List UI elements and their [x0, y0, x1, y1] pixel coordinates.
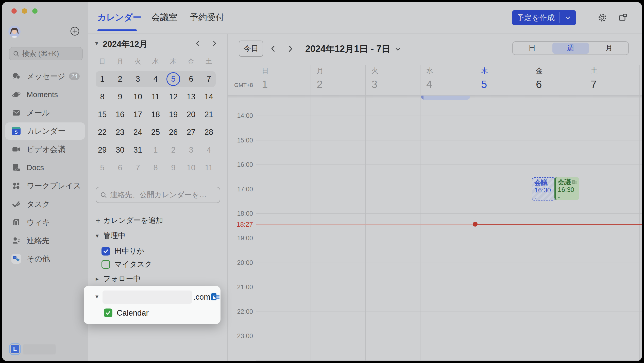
- mini-calendar-day[interactable]: 13: [182, 89, 200, 105]
- mini-calendar-day[interactable]: 30: [111, 142, 129, 158]
- mini-calendar-day[interactable]: 11: [200, 160, 218, 176]
- mini-calendar-day[interactable]: 2: [111, 71, 129, 87]
- view-option-week[interactable]: 週: [551, 42, 590, 55]
- zoom-button[interactable]: [32, 8, 38, 14]
- checkbox-checked[interactable]: [101, 247, 110, 256]
- sidebar-item-wiki[interactable]: ウィキ: [2, 213, 88, 231]
- event-exchange[interactable]: 会議 E 16:30 - 17:30: [554, 177, 579, 200]
- mini-calendar-title[interactable]: 2024年12月: [103, 39, 147, 50]
- minimize-button[interactable]: [22, 8, 27, 14]
- mini-calendar-day[interactable]: 6: [182, 71, 200, 87]
- previous-week-button[interactable]: [268, 43, 279, 54]
- view-option-month[interactable]: 月: [590, 42, 628, 55]
- mini-calendar-day[interactable]: 8: [147, 160, 164, 176]
- scrolled-event-peek[interactable]: [421, 96, 470, 100]
- add-button[interactable]: [70, 26, 80, 36]
- wiki-icon: [12, 218, 21, 227]
- day-header[interactable]: 月2: [311, 65, 365, 95]
- mini-calendar-day[interactable]: 3: [129, 71, 147, 87]
- mini-calendar-day[interactable]: 9: [164, 160, 182, 176]
- today-button[interactable]: 今日: [239, 41, 263, 57]
- mini-calendar-day[interactable]: 8: [93, 89, 111, 105]
- view-option-day[interactable]: 日: [513, 42, 551, 55]
- mini-calendar-day[interactable]: 1: [93, 71, 111, 87]
- mini-calendar-day[interactable]: 11: [147, 89, 164, 105]
- mini-calendar-day[interactable]: 6: [111, 160, 129, 176]
- date-range-selector[interactable]: 2024年12月1日 - 7日: [305, 43, 401, 55]
- checkbox-unchecked[interactable]: [101, 260, 110, 269]
- mini-calendar-day[interactable]: 24: [129, 124, 147, 140]
- mini-calendar-day[interactable]: 10: [129, 89, 147, 105]
- mini-calendar-day[interactable]: 22: [93, 124, 111, 140]
- mini-calendar-day-selected[interactable]: 5: [164, 71, 182, 87]
- next-week-button[interactable]: [285, 43, 296, 54]
- sidebar-item-mail[interactable]: メール: [2, 104, 88, 122]
- mini-calendar-next-button[interactable]: [209, 38, 219, 48]
- sidebar-item-moments[interactable]: Moments: [2, 85, 88, 104]
- mini-calendar-day[interactable]: 1: [147, 142, 164, 158]
- mini-calendar-day[interactable]: 9: [111, 89, 129, 105]
- sidebar-item-video-meeting[interactable]: ビデオ会議: [2, 140, 88, 158]
- mini-calendar-day[interactable]: 4: [147, 71, 164, 87]
- mini-calendar-day[interactable]: 12: [164, 89, 182, 105]
- mini-calendar-day[interactable]: 27: [182, 124, 200, 140]
- month-caret-icon[interactable]: ▾: [95, 40, 98, 47]
- mini-calendar-day[interactable]: 7: [129, 160, 147, 176]
- add-calendar-button[interactable]: + カレンダーを追加: [88, 214, 228, 227]
- sidebar-item-more[interactable]: その他: [2, 250, 88, 268]
- create-event-dropdown[interactable]: [560, 14, 576, 21]
- mini-calendar-day[interactable]: 20: [182, 107, 200, 122]
- tab-booking[interactable]: 予約受付: [190, 12, 224, 23]
- mini-calendar-day[interactable]: 2: [164, 142, 182, 158]
- global-search-input[interactable]: 検索 (⌘+K): [9, 47, 83, 60]
- mini-calendar-day[interactable]: 16: [111, 107, 129, 122]
- following-group-header[interactable]: ▸ フォロー中: [88, 272, 228, 285]
- mini-calendar-day[interactable]: 4: [200, 142, 218, 158]
- sidebar-item-messages[interactable]: メッセージ 24: [2, 67, 88, 85]
- workspace-logo[interactable]: L: [9, 343, 21, 355]
- day-header[interactable]: 水4: [420, 65, 475, 95]
- day-header[interactable]: 金6: [530, 65, 585, 95]
- day-header[interactable]: 日1: [256, 65, 311, 95]
- mini-calendar-day[interactable]: 29: [93, 142, 111, 158]
- sidebar-item-workplace[interactable]: ワークプレイス: [2, 177, 88, 195]
- close-button[interactable]: [11, 8, 17, 14]
- day-header-today[interactable]: 木5: [475, 65, 530, 95]
- sidebar-item-calendar[interactable]: 5 カレンダー: [2, 122, 88, 140]
- mini-calendar-day[interactable]: 23: [111, 124, 129, 140]
- mini-calendar-day[interactable]: 21: [200, 107, 218, 122]
- open-in-window-button[interactable]: [618, 13, 628, 23]
- mini-calendar-day[interactable]: 19: [164, 107, 182, 122]
- calendar-search-input[interactable]: 連絡先、公開カレンダーを…: [96, 187, 220, 203]
- event-time-start: 16:30 -: [558, 186, 578, 200]
- tab-meeting-rooms[interactable]: 会議室: [151, 12, 177, 23]
- mini-calendar-day[interactable]: 3: [182, 142, 200, 158]
- mini-calendar-day[interactable]: 28: [200, 124, 218, 140]
- mini-calendar-day[interactable]: 15: [93, 107, 111, 122]
- checkbox-checked[interactable]: [104, 308, 112, 317]
- sidebar-item-contacts[interactable]: 連絡先: [2, 231, 88, 250]
- user-avatar[interactable]: [8, 26, 21, 38]
- mini-calendar-prev-button[interactable]: [193, 38, 203, 48]
- mini-calendar-day[interactable]: 18: [147, 107, 164, 122]
- create-event-button[interactable]: 予定を作成: [512, 10, 576, 25]
- managed-group-header[interactable]: ▾ 管理中: [88, 229, 228, 242]
- mini-calendar-day[interactable]: 26: [164, 124, 182, 140]
- calendar-list-item[interactable]: マイタスク: [88, 258, 228, 271]
- day-header[interactable]: 火3: [365, 65, 420, 95]
- mini-calendar-day[interactable]: 10: [182, 160, 200, 176]
- tab-calendar[interactable]: カレンダー: [97, 12, 141, 23]
- mini-calendar-day[interactable]: 7: [200, 71, 218, 87]
- mini-calendar-day[interactable]: 17: [129, 107, 147, 122]
- calendar-list-item[interactable]: 田中りか: [88, 245, 228, 258]
- sidebar-item-tasks[interactable]: タスク: [2, 195, 88, 213]
- event-tentative[interactable]: 会議 16:30 - 17:30: [532, 177, 555, 201]
- mini-calendar-day[interactable]: 31: [129, 142, 147, 158]
- mini-calendar-day[interactable]: 5: [93, 160, 111, 176]
- settings-button[interactable]: [598, 13, 607, 23]
- day-header[interactable]: 土7: [585, 65, 639, 95]
- mini-calendar-day[interactable]: 25: [147, 124, 164, 140]
- caret-down-icon[interactable]: ▾: [95, 293, 98, 300]
- mini-calendar-day[interactable]: 14: [200, 89, 218, 105]
- sidebar-item-docs[interactable]: Docs: [2, 158, 88, 177]
